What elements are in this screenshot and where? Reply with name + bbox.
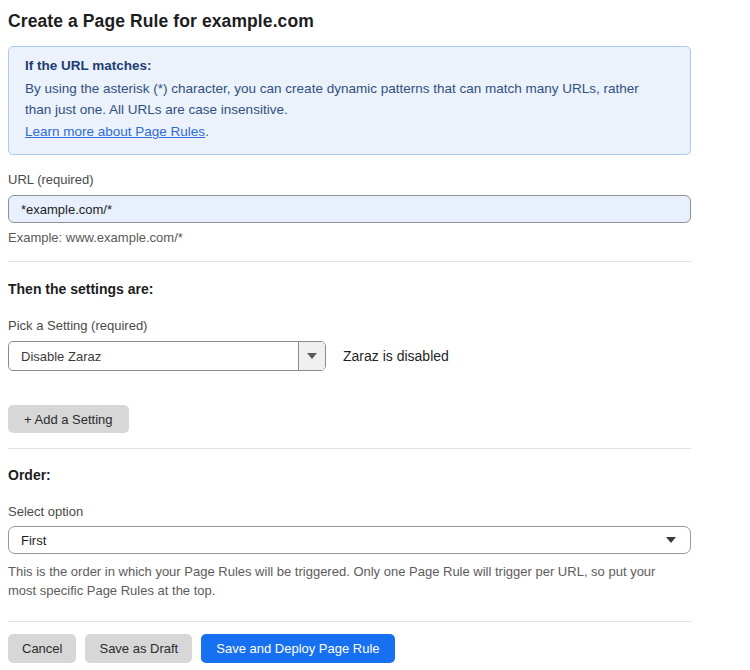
url-input[interactable] xyxy=(8,195,691,223)
link-suffix: . xyxy=(205,124,209,139)
cancel-button[interactable]: Cancel xyxy=(8,634,76,663)
setting-dropdown-caret-button[interactable] xyxy=(298,342,325,370)
form-actions: Cancel Save as Draft Save and Deploy Pag… xyxy=(8,634,750,663)
setting-dropdown[interactable]: Disable Zaraz xyxy=(8,341,326,371)
setting-dropdown-value[interactable]: Disable Zaraz xyxy=(9,342,298,370)
setting-picker-label: Pick a Setting (required) xyxy=(8,318,750,333)
section-divider xyxy=(8,261,691,262)
order-select-label: Select option xyxy=(8,504,750,519)
page-rule-form: Create a Page Rule for example.com If th… xyxy=(0,0,750,663)
settings-section-heading: Then the settings are: xyxy=(8,281,750,297)
info-box-heading: If the URL matches: xyxy=(25,58,674,73)
setting-row: Disable Zaraz Zaraz is disabled xyxy=(8,341,750,371)
page-title: Create a Page Rule for example.com xyxy=(8,11,750,32)
order-section-heading: Order: xyxy=(8,467,750,483)
section-divider xyxy=(8,621,691,622)
url-match-info-box: If the URL matches: By using the asteris… xyxy=(8,46,691,155)
caret-down-icon xyxy=(307,353,317,359)
save-as-draft-button[interactable]: Save as Draft xyxy=(85,634,192,663)
zaraz-status-text: Zaraz is disabled xyxy=(343,348,449,364)
learn-more-link[interactable]: Learn more about Page Rules xyxy=(25,124,205,139)
info-box-body: By using the asterisk (*) character, you… xyxy=(25,78,665,120)
add-setting-button[interactable]: + Add a Setting xyxy=(8,405,129,433)
section-divider xyxy=(8,448,691,449)
order-select-value: First xyxy=(21,533,46,548)
info-link-line: Learn more about Page Rules. xyxy=(25,121,674,142)
url-field-label: URL (required) xyxy=(8,172,750,187)
save-and-deploy-button[interactable]: Save and Deploy Page Rule xyxy=(201,634,394,663)
order-helper-text: This is the order in which your Page Rul… xyxy=(8,562,680,600)
order-select[interactable]: First xyxy=(8,526,691,554)
url-example-helper: Example: www.example.com/* xyxy=(8,230,750,245)
caret-down-icon xyxy=(666,537,676,543)
